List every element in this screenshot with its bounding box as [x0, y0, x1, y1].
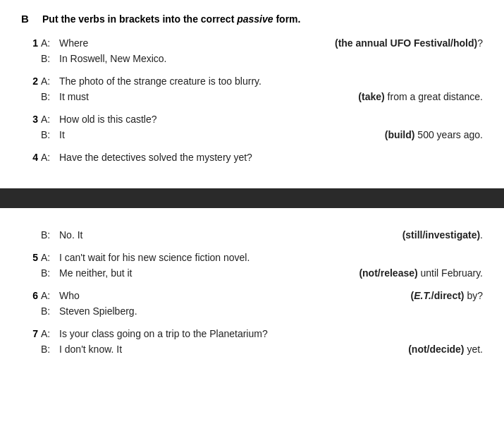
item-1-row-b: B: In Roswell, New Mexico.: [21, 53, 483, 68]
item-6-row-a: 6 A: Who (E.T./direct) by?: [21, 290, 483, 305]
item-1-hint-a: (the annual UFO Festival/hold)?: [335, 37, 483, 49]
item-2-role-b: B:: [41, 91, 59, 102]
item-1-role-b: B:: [41, 53, 59, 64]
item-5: 5 A: I can't wait for his new science fi…: [21, 252, 483, 283]
item-7-row-b: B: I don't know. It (not/decide) yet.: [21, 344, 483, 359]
item-2-row-b: B: It must (take) from a great distance.: [21, 91, 483, 107]
item-3-hint-b: (build) 500 years ago.: [385, 129, 483, 140]
item-3-role-b: B:: [41, 129, 59, 140]
item-7: 7 A: Is your class going on a trip to th…: [21, 328, 483, 359]
item-1-role-a: A:: [41, 37, 59, 49]
item-5-row-a: 5 A: I can't wait for his new science fi…: [21, 252, 483, 267]
item-3-row-b: B: It (build) 500 years ago.: [21, 129, 483, 145]
item-4-row-b: B: No. It (still/investigate).: [21, 229, 483, 245]
item-4-role-a: A:: [41, 152, 59, 163]
item-7-text-a: Is your class going on a trip to the Pla…: [59, 328, 483, 339]
page-bottom: B: No. It (still/investigate). 5 A: I ca…: [0, 208, 504, 380]
item-1-row-a: 1 A: Where (the annual UFO Festival/hold…: [21, 37, 483, 53]
item-5-role-b: B:: [41, 267, 59, 279]
item-4-hint-b: (still/investigate).: [402, 229, 483, 241]
item-5-num: 5: [21, 252, 41, 263]
item-3: 3 A: How old is this castle? B: It (buil…: [21, 114, 483, 145]
item-4-b: B: No. It (still/investigate).: [21, 229, 483, 245]
item-5-row-b: B: Me neither, but it (not/release) unti…: [21, 267, 483, 283]
item-4-text-a: Have the detectives solved the mystery y…: [59, 152, 483, 163]
page-top: B Put the verbs in brackets into the cor…: [0, 0, 504, 188]
item-2-num: 2: [21, 75, 41, 87]
section-header: B Put the verbs in brackets into the cor…: [21, 13, 483, 25]
item-7-row-a: 7 A: Is your class going on a trip to th…: [21, 328, 483, 344]
item-3-text-a: How old is this castle?: [59, 114, 483, 125]
item-6-num: 6: [21, 290, 41, 301]
section-letter: B: [21, 13, 34, 25]
item-5-text-a: I can't wait for his new science fiction…: [59, 252, 483, 263]
item-2-role-a: A:: [41, 75, 59, 87]
item-4: 4 A: Have the detectives solved the myst…: [21, 152, 483, 167]
item-7-role-b: B:: [41, 344, 59, 355]
item-3-role-a: A:: [41, 114, 59, 125]
instruction-italic: passive: [237, 13, 273, 25]
instruction-end: form.: [273, 13, 301, 25]
section-instruction: Put the verbs in brackets into the corre…: [42, 13, 300, 25]
item-6-role-b: B:: [41, 305, 59, 317]
item-6-text-b: Steven Spielberg.: [59, 305, 483, 317]
item-5-hint-b: (not/release) until February.: [359, 267, 483, 279]
item-1-num: 1: [21, 37, 41, 49]
item-2-text-a: The photo of the strange creature is too…: [59, 75, 483, 87]
divider-bar: [0, 188, 504, 208]
item-6-hint-a: (E.T./direct) by?: [411, 290, 483, 301]
item-2: 2 A: The photo of the strange creature i…: [21, 75, 483, 107]
item-1: 1 A: Where (the annual UFO Festival/hold…: [21, 37, 483, 68]
item-2-row-a: 2 A: The photo of the strange creature i…: [21, 75, 483, 91]
item-6: 6 A: Who (E.T./direct) by? B: Steven Spi…: [21, 290, 483, 321]
item-5-role-a: A:: [41, 252, 59, 263]
item-4-role-b: B:: [41, 229, 59, 241]
item-1-text-b: In Roswell, New Mexico.: [59, 53, 483, 64]
item-3-row-a: 3 A: How old is this castle?: [21, 114, 483, 129]
item-7-num: 7: [21, 328, 41, 339]
item-6-row-b: B: Steven Spielberg.: [21, 305, 483, 321]
item-6-role-a: A:: [41, 290, 59, 301]
item-4-row-a: 4 A: Have the detectives solved the myst…: [21, 152, 483, 167]
item-4-num: 4: [21, 152, 41, 163]
item-7-role-a: A:: [41, 328, 59, 339]
instruction-text: Put the verbs in brackets into the corre…: [42, 13, 237, 25]
item-7-hint-b: (not/decide) yet.: [408, 344, 483, 355]
item-3-num: 3: [21, 114, 41, 125]
item-2-hint-b: (take) from a great distance.: [358, 91, 483, 102]
